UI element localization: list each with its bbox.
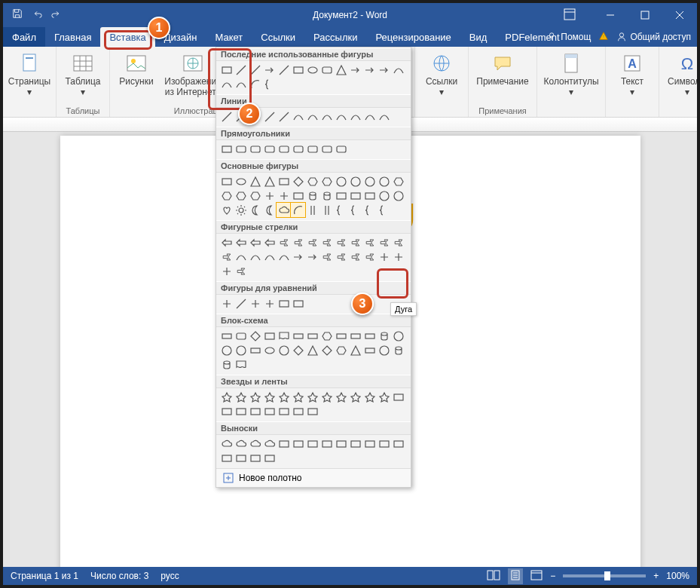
shape-circ[interactable]	[362, 174, 377, 188]
tab-view[interactable]: Вид	[460, 27, 497, 47]
view-print-icon[interactable]	[508, 568, 523, 584]
shape-arr2[interactable]	[334, 235, 348, 250]
maximize-button[interactable]	[628, 3, 662, 27]
shape-rect[interactable]	[334, 188, 348, 203]
shape-star[interactable]	[234, 390, 248, 404]
shape-plus[interactable]	[262, 296, 277, 311]
shape-circ[interactable]	[334, 174, 348, 188]
shape-star[interactable]	[291, 390, 305, 404]
shape-plus[interactable]	[219, 264, 234, 278]
shape-star[interactable]	[377, 390, 391, 404]
tab-home[interactable]: Главная	[45, 27, 100, 47]
shape-parr[interactable]	[234, 235, 248, 250]
shape-arr2[interactable]	[305, 235, 319, 250]
zoom-slider[interactable]	[563, 574, 646, 577]
shape-arr2[interactable]	[348, 250, 362, 264]
shape-hex[interactable]	[319, 329, 334, 343]
shape-arc[interactable]	[248, 77, 262, 91]
shape-circ[interactable]	[377, 343, 391, 357]
shape-curve[interactable]	[234, 77, 248, 91]
shape-star[interactable]	[334, 390, 348, 404]
shape-flow[interactable]	[248, 343, 262, 357]
shape-circ[interactable]	[219, 343, 234, 357]
view-web-icon[interactable]	[530, 570, 543, 583]
shape-flow[interactable]	[348, 329, 362, 343]
shape-cloud[interactable]	[234, 436, 248, 451]
shape-circ[interactable]	[377, 174, 391, 188]
shape-curve[interactable]	[377, 109, 391, 124]
shape-arrow[interactable]	[362, 63, 377, 77]
shape-star[interactable]	[362, 390, 377, 404]
shape-hex[interactable]	[219, 188, 234, 203]
shape-rrect[interactable]	[277, 142, 291, 156]
shape-oval[interactable]	[262, 343, 277, 357]
shape-doc[interactable]	[234, 357, 248, 372]
shape-tri[interactable]	[262, 174, 277, 188]
shape-cyl[interactable]	[319, 188, 334, 203]
shape-rect[interactable]	[377, 436, 391, 451]
shape-flow[interactable]	[334, 329, 348, 343]
shape-rect[interactable]	[219, 63, 234, 77]
links-button[interactable]: Ссылки▾	[418, 48, 465, 98]
shape-line[interactable]	[277, 63, 291, 77]
shape-curve[interactable]	[248, 250, 262, 264]
shape-rect[interactable]	[291, 63, 305, 77]
shape-rrect[interactable]	[262, 142, 277, 156]
shape-plus[interactable]	[248, 296, 262, 311]
shape-tri[interactable]	[248, 174, 262, 188]
new-canvas-item[interactable]: Новое полотно	[216, 468, 411, 487]
shape-sun[interactable]	[234, 203, 248, 217]
shape-arr2[interactable]	[377, 235, 391, 250]
shape-cyl[interactable]	[305, 188, 319, 203]
shape-line[interactable]	[277, 109, 291, 124]
shape-rrect[interactable]	[334, 142, 348, 156]
shape-line[interactable]	[234, 296, 248, 311]
shape-rect[interactable]	[262, 451, 277, 465]
shape-rrect[interactable]	[234, 329, 248, 343]
shape-cyl[interactable]	[377, 329, 391, 343]
status-words[interactable]: Число слов: 3	[90, 571, 148, 581]
shape-rect[interactable]	[348, 188, 362, 203]
shape-hex[interactable]	[248, 188, 262, 203]
shape-rect[interactable]	[234, 451, 248, 465]
shape-parr[interactable]	[219, 235, 234, 250]
shape-rect[interactable]	[248, 404, 262, 418]
shape-cloud[interactable]	[262, 436, 277, 451]
shape-parr[interactable]	[262, 235, 277, 250]
tab-references[interactable]: Ссылки	[252, 27, 304, 47]
shape-moon[interactable]	[248, 203, 262, 217]
shape-flow[interactable]	[219, 329, 234, 343]
shape-rect[interactable]	[362, 188, 377, 203]
shape-rrect[interactable]	[234, 142, 248, 156]
shape-rect[interactable]	[319, 436, 334, 451]
shape-flow[interactable]	[305, 329, 319, 343]
shape-arrow[interactable]	[305, 250, 319, 264]
shape-curve[interactable]	[277, 250, 291, 264]
shape-brace[interactable]	[334, 203, 348, 217]
ribbon-options-icon[interactable]	[558, 3, 581, 26]
zoom-level[interactable]: 100%	[666, 571, 689, 581]
shape-rect[interactable]	[248, 451, 262, 465]
shape-rect[interactable]	[348, 436, 362, 451]
shape-line[interactable]	[248, 63, 262, 77]
shape-rect[interactable]	[234, 404, 248, 418]
shape-cloud[interactable]	[277, 203, 291, 217]
shape-tri[interactable]	[305, 343, 319, 357]
shape-plus[interactable]	[219, 296, 234, 311]
shape-cyl[interactable]	[391, 343, 405, 357]
shape-tri[interactable]	[348, 343, 362, 357]
shape-curve[interactable]	[348, 109, 362, 124]
tab-layout[interactable]: Макет	[206, 27, 252, 47]
shape-rect[interactable]	[291, 296, 305, 311]
shape-hex[interactable]	[234, 188, 248, 203]
shape-rrect[interactable]	[248, 142, 262, 156]
shape-hex[interactable]	[305, 174, 319, 188]
shape-doc[interactable]	[277, 329, 291, 343]
shape-arrow[interactable]	[377, 63, 391, 77]
tab-insert[interactable]: Вставка	[100, 27, 154, 47]
shape-arr2[interactable]	[291, 235, 305, 250]
shape-cyl[interactable]	[219, 357, 234, 372]
shape-tri[interactable]	[334, 63, 348, 77]
shape-star[interactable]	[348, 390, 362, 404]
shape-rect[interactable]	[362, 436, 377, 451]
